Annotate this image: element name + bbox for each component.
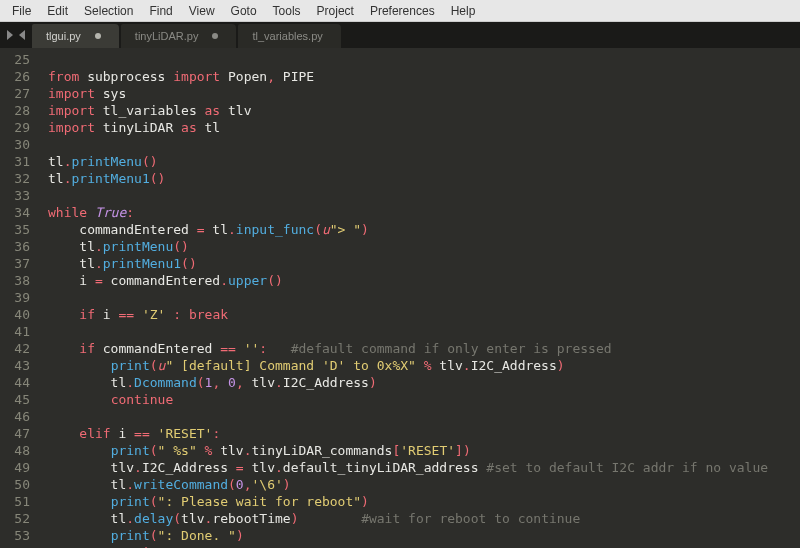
token-str: 'Z' <box>142 307 165 322</box>
code-line[interactable]: print(": Please wait for reboot") <box>48 493 800 510</box>
line-number: 43 <box>6 357 30 374</box>
token-op: ( <box>150 443 158 458</box>
token-kw: from <box>48 69 79 84</box>
token-name: tl <box>48 375 126 390</box>
line-number: 26 <box>6 68 30 85</box>
code-line[interactable]: print(" %s" % tlv.tinyLiDAR_commands['RE… <box>48 442 800 459</box>
line-number: 50 <box>6 476 30 493</box>
token-fn: print <box>111 358 150 373</box>
line-number: 34 <box>6 204 30 221</box>
code-line[interactable] <box>48 289 800 306</box>
token-op: ) <box>463 443 471 458</box>
token-op: : <box>126 205 134 220</box>
token-name <box>236 341 244 356</box>
token-name: subprocess <box>79 69 173 84</box>
token-com: #set to default I2C addr if no value <box>486 460 768 475</box>
tab-tlgui-py[interactable]: tlgui.py <box>32 24 119 48</box>
dirty-indicator-icon <box>212 33 218 39</box>
nav-right-icon <box>19 30 25 40</box>
menu-project[interactable]: Project <box>309 1 362 21</box>
token-name: tl <box>48 477 126 492</box>
menu-preferences[interactable]: Preferences <box>362 1 443 21</box>
code-line[interactable]: continue <box>48 391 800 408</box>
code-line[interactable]: if i == 'Z' : break <box>48 306 800 323</box>
menu-view[interactable]: View <box>181 1 223 21</box>
code-line[interactable]: tl.printMenu() <box>48 238 800 255</box>
token-name <box>220 375 228 390</box>
token-fn: delay <box>134 511 173 526</box>
token-op: ( <box>314 222 322 237</box>
code-line[interactable]: import tinyLiDAR as tl <box>48 119 800 136</box>
code-area[interactable]: from subprocess import Popen, PIPEimport… <box>40 48 800 548</box>
code-line[interactable]: print(u" [default] Command 'D' to 0x%X" … <box>48 357 800 374</box>
token-str: " %s" <box>158 443 197 458</box>
code-line[interactable] <box>48 408 800 425</box>
line-number: 30 <box>6 136 30 153</box>
code-line[interactable]: tl.delay(tlv.rebootTime) #wait for reboo… <box>48 510 800 527</box>
code-line[interactable]: import tl_variables as tlv <box>48 102 800 119</box>
code-line[interactable]: elif i == 'RESET': <box>48 425 800 442</box>
menu-find[interactable]: Find <box>141 1 180 21</box>
code-line[interactable]: tl.Dcommand(1, 0, tlv.I2C_Address) <box>48 374 800 391</box>
menu-selection[interactable]: Selection <box>76 1 141 21</box>
code-line[interactable]: if commandEntered == '': #default comman… <box>48 340 800 357</box>
menu-file[interactable]: File <box>4 1 39 21</box>
token-name: tlv <box>48 460 134 475</box>
token-op: . <box>220 273 228 288</box>
token-op: . <box>228 222 236 237</box>
line-number: 42 <box>6 340 30 357</box>
token-fn: printMenu <box>71 154 141 169</box>
token-op: == <box>220 341 236 356</box>
menu-help[interactable]: Help <box>443 1 484 21</box>
token-fn: printMenu1 <box>71 171 149 186</box>
code-line[interactable] <box>48 136 800 153</box>
code-line[interactable]: tl.printMenu1() <box>48 170 800 187</box>
code-line[interactable]: continue <box>48 544 800 548</box>
code-line[interactable]: print(": Done. ") <box>48 527 800 544</box>
gutter: 2526272829303132333435363738394041424344… <box>0 48 40 548</box>
code-line[interactable]: tl.writeCommand(0,'\6') <box>48 476 800 493</box>
tab-tl_variables-py[interactable]: tl_variables.py <box>238 24 340 48</box>
token-op: ) <box>557 358 565 373</box>
token-fn: print <box>111 528 150 543</box>
code-line[interactable]: from subprocess import Popen, PIPE <box>48 68 800 85</box>
token-op: ( <box>142 154 150 169</box>
token-name <box>181 307 189 322</box>
token-op: . <box>95 239 103 254</box>
token-kw: import <box>48 103 95 118</box>
token-op: ( <box>197 375 205 390</box>
code-line[interactable]: tl.printMenu1() <box>48 255 800 272</box>
token-str: 'RESET' <box>400 443 455 458</box>
menu-edit[interactable]: Edit <box>39 1 76 21</box>
token-name <box>48 528 111 543</box>
menu-tools[interactable]: Tools <box>265 1 309 21</box>
menu-goto[interactable]: Goto <box>223 1 265 21</box>
line-number: 36 <box>6 238 30 255</box>
code-line[interactable]: tl.printMenu() <box>48 153 800 170</box>
token-op: ( <box>150 528 158 543</box>
line-number: 41 <box>6 323 30 340</box>
editor[interactable]: 2526272829303132333435363738394041424344… <box>0 48 800 548</box>
code-line[interactable] <box>48 187 800 204</box>
code-line[interactable]: tlv.I2C_Address = tlv.default_tinyLiDAR_… <box>48 459 800 476</box>
code-line[interactable]: i = commandEntered.upper() <box>48 272 800 289</box>
token-op: ( <box>150 171 158 186</box>
token-kw: as <box>205 103 221 118</box>
code-line[interactable] <box>48 51 800 68</box>
menubar: FileEditSelectionFindViewGotoToolsProjec… <box>0 0 800 22</box>
code-line[interactable]: commandEntered = tl.input_func(u"> ") <box>48 221 800 238</box>
line-number: 29 <box>6 119 30 136</box>
tab-tinyLiDAR-py[interactable]: tinyLiDAR.py <box>121 24 237 48</box>
code-line[interactable] <box>48 323 800 340</box>
token-name <box>299 511 362 526</box>
tab-nav-arrows[interactable] <box>0 22 32 48</box>
code-line[interactable]: while True: <box>48 204 800 221</box>
token-com: #default command if only enter is presse… <box>291 341 612 356</box>
token-op: , <box>267 69 275 84</box>
token-fn: printMenu <box>103 239 173 254</box>
token-name <box>48 341 79 356</box>
token-op: . <box>275 375 283 390</box>
token-fn: writeCommand <box>134 477 228 492</box>
code-line[interactable]: import sys <box>48 85 800 102</box>
token-op: ( <box>228 477 236 492</box>
